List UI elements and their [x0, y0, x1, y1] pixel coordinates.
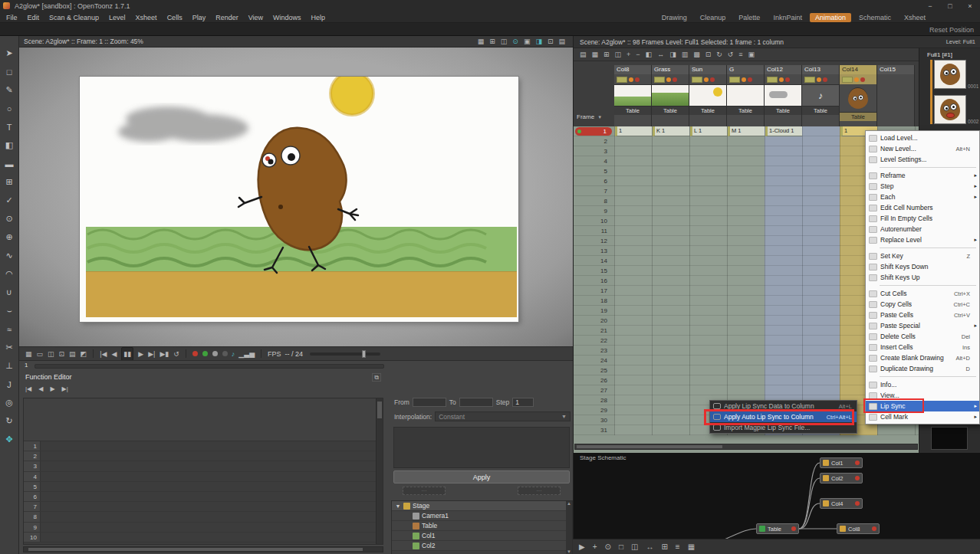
- fe-detach-icon[interactable]: ⧉: [372, 373, 381, 382]
- magnet-tool-icon[interactable]: ∪: [2, 284, 18, 300]
- grid-icon[interactable]: ⊞: [661, 543, 667, 551]
- fill-tool-icon[interactable]: ◧: [2, 137, 18, 153]
- eraser-tool-icon[interactable]: ▬: [2, 156, 18, 172]
- minimize-button[interactable]: −: [920, 0, 940, 11]
- fe-vertical-scrollbar[interactable]: [376, 398, 383, 544]
- rgb-picker-tool-icon[interactable]: ⊙: [2, 211, 18, 227]
- zoom-tool-icon[interactable]: ◎: [2, 395, 18, 411]
- fe-row[interactable]: 7: [24, 502, 383, 512]
- cell-row1-g[interactable]: M 1: [728, 126, 765, 136]
- menu-item-paste-special[interactable]: Paste Special▸: [866, 320, 979, 331]
- column-filter-chip[interactable]: [767, 77, 778, 83]
- menu-file[interactable]: File: [6, 14, 18, 21]
- fe-row[interactable]: 9: [24, 523, 383, 533]
- room-tab-drawing[interactable]: Drawing: [656, 13, 692, 22]
- xsheet-horizontal-scrollbar[interactable]: [574, 444, 918, 450]
- next-frame-button[interactable]: ▶|: [148, 348, 155, 360]
- fe-last-key-icon[interactable]: ▶|: [62, 385, 68, 392]
- fe-mini-button-2[interactable]: ···: [518, 487, 561, 495]
- room-tab-schematic[interactable]: Schematic: [853, 13, 896, 22]
- render-visible-toggle[interactable]: [673, 77, 677, 82]
- swap-icon[interactable]: ↔: [646, 543, 653, 551]
- xsheet-view-toggle-icon[interactable]: ▤: [580, 51, 587, 58]
- menu-render[interactable]: Render: [215, 14, 238, 21]
- column-filter-chip[interactable]: [654, 77, 665, 83]
- iron-tool-icon[interactable]: ≈: [2, 321, 18, 337]
- render-visible-toggle[interactable]: [710, 77, 715, 82]
- level-frame-thumbnail-dark[interactable]: [931, 427, 968, 450]
- repeat-icon[interactable]: ↺: [728, 51, 734, 58]
- menu-item-level-settings[interactable]: Level Settings...: [866, 154, 979, 165]
- hook-tool-icon[interactable]: J: [2, 376, 18, 392]
- maximize-button[interactable]: □: [940, 0, 960, 11]
- safe-area-icon[interactable]: ▦: [478, 38, 485, 45]
- stage-tree-scrollbar[interactable]: ▲▼: [566, 501, 572, 554]
- loop-button[interactable]: ↺: [173, 348, 179, 360]
- menu-xsheet[interactable]: Xsheet: [136, 14, 157, 21]
- column-header-col12[interactable]: Col12Table: [765, 65, 802, 126]
- selection-tool-icon[interactable]: □: [2, 64, 18, 80]
- shift-trace-icon[interactable]: ◨: [669, 51, 676, 58]
- new-toonz-raster-level-icon[interactable]: ▩: [693, 51, 700, 58]
- sub-camera-preview-icon[interactable]: ▤: [558, 38, 565, 45]
- menu-level[interactable]: Level: [109, 14, 126, 21]
- first-frame-button[interactable]: |◀: [100, 348, 107, 360]
- menu-play[interactable]: Play: [192, 14, 206, 21]
- render-visible-toggle[interactable]: [823, 77, 827, 82]
- rotate-tool-icon[interactable]: ↻: [2, 413, 18, 429]
- column-filter-chip[interactable]: [692, 77, 702, 83]
- reframe-icon[interactable]: ↻: [716, 51, 722, 58]
- edit-in-place-icon[interactable]: ◧: [646, 51, 653, 58]
- freeze-icon[interactable]: ◨: [535, 38, 542, 45]
- pinch-tool-icon[interactable]: ∿: [2, 247, 18, 264]
- menu-item-create-blank-drawing[interactable]: Create Blank DrawingAlt+D: [866, 352, 979, 363]
- skeleton-tool-icon[interactable]: ⊥: [2, 358, 18, 374]
- tree-item-col2[interactable]: Col2: [392, 541, 572, 551]
- reset-position-link[interactable]: Reset Position: [929, 26, 974, 34]
- column-header-col14[interactable]: Col14Table: [840, 65, 877, 126]
- menu-item-cell-mark[interactable]: Cell Mark▸: [866, 411, 979, 422]
- pump-tool-icon[interactable]: ◠: [2, 266, 18, 282]
- menu-item-fill-in-empty-cells[interactable]: Fill In Empty Cells: [866, 213, 979, 224]
- fe-next-key-icon[interactable]: ▶: [50, 385, 54, 392]
- timeline-view-toggle-icon[interactable]: ▦: [592, 51, 599, 58]
- column-header-sun[interactable]: SunTable: [689, 65, 727, 126]
- new-raster-level-icon[interactable]: ⊡: [705, 51, 712, 58]
- tree-item-camera1[interactable]: Camera1: [392, 511, 572, 521]
- render-visible-toggle[interactable]: [748, 77, 752, 82]
- guide-icon[interactable]: ◫: [48, 348, 54, 360]
- fe-first-key-icon[interactable]: |◀: [25, 385, 31, 392]
- flip-orientation-icon[interactable]: ↔: [657, 51, 664, 58]
- column-header-col15[interactable]: Col15: [877, 65, 915, 126]
- menu-item-view[interactable]: View...: [866, 390, 979, 401]
- menu-item-each[interactable]: Each▸: [866, 192, 979, 202]
- open-subxsheet-icon[interactable]: ▣: [748, 51, 755, 58]
- cutter-tool-icon[interactable]: ✂: [2, 339, 18, 356]
- flip-x-icon[interactable]: ⊡: [59, 348, 65, 360]
- column-header-col13[interactable]: Col13♪Table: [802, 65, 840, 126]
- render-visible-toggle[interactable]: [635, 77, 640, 82]
- from-field[interactable]: [413, 398, 446, 407]
- menu-item-paste-cells[interactable]: Paste CellsCtrl+V: [866, 310, 979, 320]
- 3d-view-icon[interactable]: ⊙: [512, 38, 518, 45]
- menu-cells[interactable]: Cells: [167, 14, 183, 21]
- submenu-item-apply-lip-sync-data-to-column[interactable]: Apply Lip Sync Data to ColumnAlt+L: [710, 401, 857, 411]
- column-header-grass[interactable]: GrassTable: [652, 65, 689, 126]
- fit-view-icon[interactable]: □: [619, 543, 623, 551]
- level-frame-thumbnail-0001[interactable]: [934, 60, 966, 89]
- room-tab-animation[interactable]: Animation: [810, 13, 851, 22]
- menu-edit[interactable]: Edit: [28, 14, 40, 21]
- zoom-in-icon[interactable]: +: [626, 51, 630, 58]
- cell-row1-col8[interactable]: 1: [615, 126, 652, 136]
- camstand-visible-toggle[interactable]: [854, 77, 859, 82]
- stage-drawing-area[interactable]: [80, 77, 518, 322]
- step-field[interactable]: 1: [512, 398, 534, 407]
- view-mode-icon[interactable]: ▦: [25, 348, 32, 360]
- current-frame-marker[interactable]: 1: [575, 127, 612, 136]
- fe-mini-button-1[interactable]: ···: [403, 487, 446, 495]
- tree-item-col1[interactable]: Col1: [392, 531, 572, 541]
- animate-tool-icon[interactable]: ➤: [2, 45, 18, 61]
- menu-item-info[interactable]: Info...: [866, 379, 979, 390]
- stage-schematic-panel[interactable]: Stage Schematic Col1Col2Col4Col8Table: [573, 453, 980, 539]
- fe-spreadsheet[interactable]: 12345678910: [23, 398, 383, 545]
